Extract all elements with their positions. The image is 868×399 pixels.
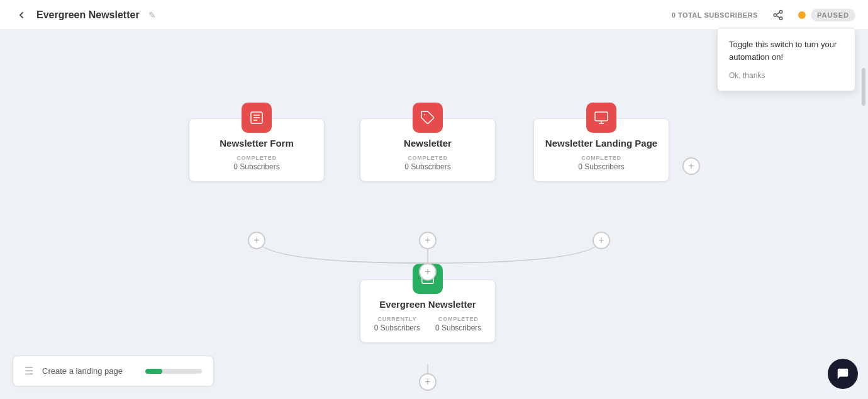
plus-btn-merge[interactable]: + xyxy=(419,263,437,281)
node-icon-wrap xyxy=(242,103,272,133)
node-icon-wrap-landing xyxy=(586,103,616,133)
node-title-evergreen: Evergreen Newsletter xyxy=(370,299,485,310)
stat-currently-evergreen: CURRENTLY 0 Subscribers xyxy=(374,316,420,332)
chat-button[interactable] xyxy=(828,359,858,389)
node-newsletter-landing[interactable]: Newsletter Landing Page COMPLETED 0 Subs… xyxy=(533,118,669,182)
stat-value-completed: 0 Subscribers xyxy=(233,162,279,171)
status-badge: PAUSED xyxy=(811,9,855,21)
header-right: 0 TOTAL SUBSCRIBERS PAUSED xyxy=(672,5,855,25)
plus-btn-newsletter[interactable]: + xyxy=(419,232,437,249)
node-stats-newsletter: COMPLETED 0 Subscribers xyxy=(370,155,485,171)
svg-rect-10 xyxy=(595,112,608,121)
newsletter-landing-icon xyxy=(586,103,616,133)
svg-line-4 xyxy=(776,12,779,14)
edit-icon[interactable]: ✎ xyxy=(148,10,156,20)
node-title-newsletter-form: Newsletter Form xyxy=(199,138,314,149)
stat-label-completed-landing: COMPLETED xyxy=(578,155,624,161)
stat-label-completed-newsletter: COMPLETED xyxy=(404,155,450,161)
bottom-panel: ☰ Create a landing page xyxy=(13,356,214,386)
share-icon[interactable] xyxy=(768,5,788,25)
progress-bar xyxy=(145,369,202,374)
plus-btn-landing[interactable]: + xyxy=(593,232,610,249)
plus-btn-evergreen-below[interactable]: + xyxy=(419,373,437,391)
node-newsletter[interactable]: Newsletter COMPLETED 0 Subscribers xyxy=(360,118,496,182)
newsletter-form-icon xyxy=(242,103,272,133)
stat-label-completed: COMPLETED xyxy=(233,155,279,161)
stat-value-completed-landing: 0 Subscribers xyxy=(578,162,624,171)
page-title: Evergreen Newsletter xyxy=(36,9,140,21)
stat-completed-evergreen: COMPLETED 0 Subscribers xyxy=(435,316,481,332)
node-evergreen[interactable]: Evergreen Newsletter CURRENTLY 0 Subscri… xyxy=(360,279,496,343)
stat-label-completed-ev: COMPLETED xyxy=(435,316,481,322)
progress-bar-fill xyxy=(145,369,162,374)
node-newsletter-form[interactable]: Newsletter Form COMPLETED 0 Subscribers xyxy=(189,118,325,182)
svg-line-3 xyxy=(776,16,779,18)
node-stats-landing: COMPLETED 0 Subscribers xyxy=(544,155,659,171)
status-toggle[interactable]: PAUSED xyxy=(798,9,855,21)
list-icon: ☰ xyxy=(25,365,33,377)
node-icon-wrap-newsletter xyxy=(413,103,443,133)
header: Evergreen Newsletter ✎ 0 TOTAL SUBSCRIBE… xyxy=(0,0,868,30)
tooltip-ok-button[interactable]: Ok, thanks xyxy=(729,71,765,80)
node-stats: COMPLETED 0 Subscribers xyxy=(199,155,314,171)
stat-value-currently: 0 Subscribers xyxy=(374,323,420,332)
header-left: Evergreen Newsletter ✎ xyxy=(13,6,672,24)
node-title-newsletter: Newsletter xyxy=(370,138,485,149)
newsletter-icon xyxy=(413,103,443,133)
stat-value-completed-newsletter: 0 Subscribers xyxy=(404,162,450,171)
tooltip: Toggle this switch to turn your automati… xyxy=(717,28,855,91)
svg-point-1 xyxy=(774,13,777,16)
back-button[interactable] xyxy=(13,6,30,24)
status-dot xyxy=(798,11,806,19)
bottom-panel-text: Create a landing page xyxy=(42,366,136,376)
stat-value-completed-ev: 0 Subscribers xyxy=(435,323,481,332)
stat-completed-landing: COMPLETED 0 Subscribers xyxy=(578,155,624,171)
node-title-landing: Newsletter Landing Page xyxy=(544,138,659,149)
svg-point-0 xyxy=(779,10,782,13)
svg-point-2 xyxy=(779,17,782,20)
total-subscribers-label: 0 TOTAL SUBSCRIBERS xyxy=(672,11,758,19)
node-stats-evergreen: CURRENTLY 0 Subscribers COMPLETED 0 Subs… xyxy=(370,316,485,332)
stat-label-currently: CURRENTLY xyxy=(374,316,420,322)
stat-completed-newsletter: COMPLETED 0 Subscribers xyxy=(404,155,450,171)
plus-btn-form[interactable]: + xyxy=(248,232,265,249)
tooltip-text: Toggle this switch to turn your automati… xyxy=(729,38,843,63)
scrollbar[interactable] xyxy=(862,68,865,106)
plus-btn-add-node[interactable]: + xyxy=(682,157,700,175)
stat-completed: COMPLETED 0 Subscribers xyxy=(233,155,279,171)
